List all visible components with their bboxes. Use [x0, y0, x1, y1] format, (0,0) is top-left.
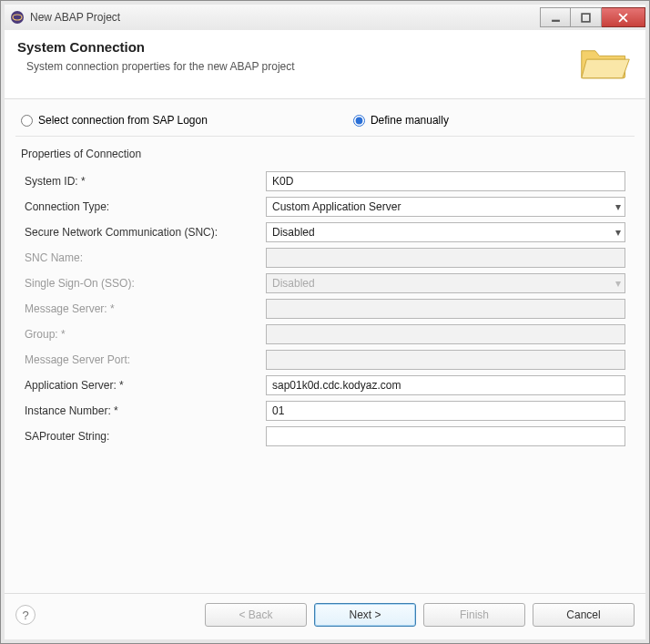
radio-define-manually-input[interactable]	[353, 115, 365, 127]
connection-properties: System ID: * Connection Type: Custom App…	[15, 164, 635, 454]
application-server-input[interactable]	[266, 375, 625, 395]
label-system-id: System ID: *	[25, 175, 266, 188]
finish-button: Finish	[423, 603, 525, 627]
window-controls	[540, 7, 645, 27]
snc-name-input	[266, 248, 625, 268]
radio-define-manually[interactable]: Define manually	[353, 114, 449, 127]
chevron-down-icon: ▾	[615, 226, 621, 239]
instance-number-input[interactable]	[266, 401, 625, 421]
sso-value: Disabled	[272, 277, 315, 290]
message-server-port-input	[266, 350, 625, 370]
svg-rect-3	[582, 14, 590, 22]
chevron-down-icon: ▾	[615, 200, 621, 213]
connection-type-select[interactable]: Custom Application Server ▾	[266, 197, 625, 217]
connection-mode-row: Select connection from SAP Logon Define …	[15, 110, 635, 137]
svg-rect-2	[552, 19, 560, 21]
chevron-down-icon: ▾	[615, 277, 621, 290]
dialog-window: New ABAP Project System Connection Syste…	[0, 0, 650, 644]
dialog-footer: ? < Back Next > Finish Cancel	[5, 593, 645, 639]
saprouter-input[interactable]	[266, 426, 625, 446]
page-title: System Connection	[17, 39, 295, 55]
eclipse-icon	[10, 10, 25, 25]
label-saprouter: SAProuter String:	[25, 430, 266, 443]
folder-open-icon	[578, 39, 633, 86]
radio-sap-logon-input[interactable]	[21, 115, 33, 127]
label-connection-type: Connection Type:	[25, 200, 266, 213]
group-input	[266, 324, 625, 344]
snc-value: Disabled	[272, 226, 315, 239]
cancel-button[interactable]: Cancel	[533, 603, 635, 627]
label-snc: Secure Network Communication (SNC):	[25, 226, 266, 239]
group-legend: Properties of Connection	[15, 144, 635, 164]
connection-type-value: Custom Application Server	[272, 200, 401, 213]
maximize-button[interactable]	[571, 7, 602, 27]
back-button: < Back	[205, 603, 307, 627]
snc-select[interactable]: Disabled ▾	[266, 222, 625, 242]
window-title: New ABAP Project	[30, 11, 120, 24]
label-sso: Single Sign-On (SSO):	[25, 277, 266, 290]
label-message-server: Message Server: *	[25, 302, 266, 315]
message-server-input	[266, 299, 625, 319]
label-group: Group: *	[25, 328, 266, 341]
system-id-input[interactable]	[266, 171, 625, 191]
label-application-server: Application Server: *	[25, 379, 266, 392]
dialog-body: Select connection from SAP Logon Define …	[5, 99, 645, 593]
wizard-buttons: < Back Next > Finish Cancel	[205, 603, 635, 627]
radio-sap-logon-label: Select connection from SAP Logon	[38, 114, 208, 127]
title-bar: New ABAP Project	[5, 5, 645, 30]
radio-define-manually-label: Define manually	[371, 114, 449, 127]
next-button[interactable]: Next >	[314, 603, 416, 627]
label-instance-number: Instance Number: *	[25, 404, 266, 417]
label-snc-name: SNC Name:	[25, 251, 266, 264]
sso-select: Disabled ▾	[266, 273, 625, 293]
wizard-header: System Connection System connection prop…	[5, 30, 645, 99]
close-button[interactable]	[602, 7, 645, 27]
radio-sap-logon[interactable]: Select connection from SAP Logon	[21, 114, 208, 127]
help-icon[interactable]: ?	[15, 605, 36, 625]
page-subtitle: System connection properties for the new…	[26, 60, 295, 73]
minimize-button[interactable]	[540, 7, 571, 27]
label-message-server-port: Message Server Port:	[25, 353, 266, 366]
